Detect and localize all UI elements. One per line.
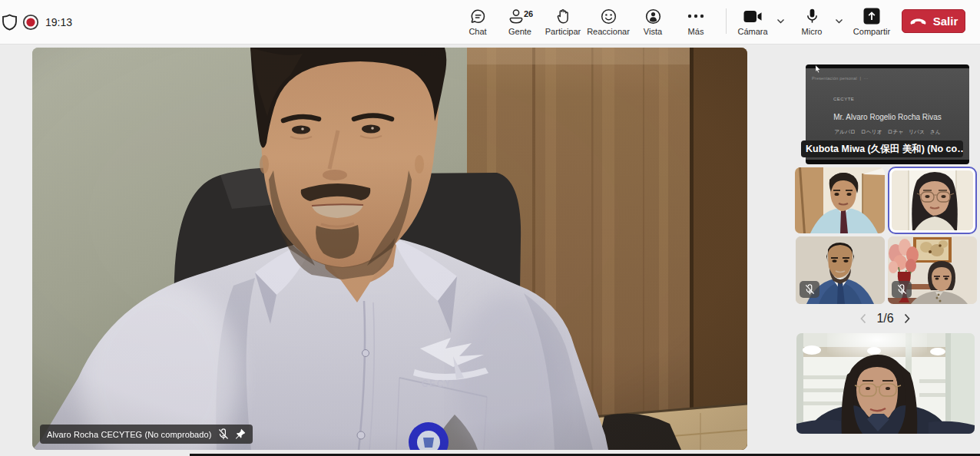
svg-text:26: 26 [524, 9, 533, 18]
